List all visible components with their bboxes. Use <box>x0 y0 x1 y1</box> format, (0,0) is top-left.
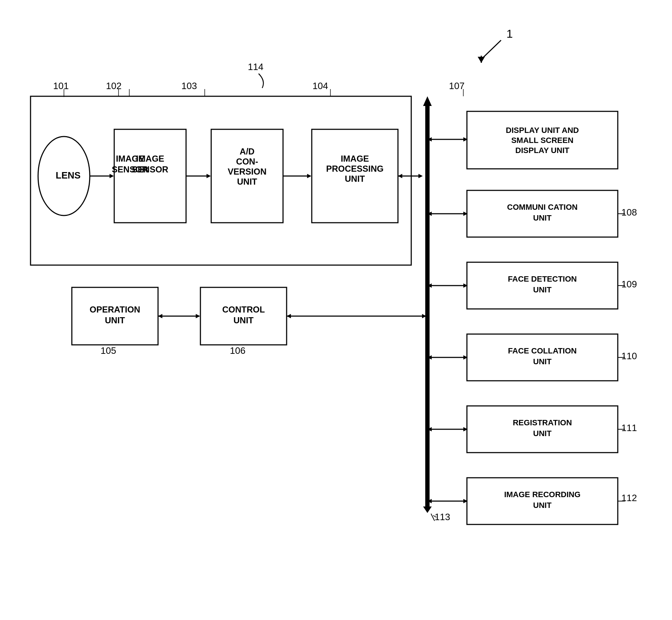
image-sensor-box <box>114 129 186 223</box>
ir-l2: UNIT <box>533 501 552 510</box>
ref-113: 113 <box>435 512 450 522</box>
comm-l1: COMMUNI CATION <box>507 203 578 212</box>
fd-l1: FACE DETECTION <box>508 274 577 283</box>
fc-l2: UNIT <box>533 357 552 366</box>
disp-l3: DISPLAY UNIT <box>515 146 570 155</box>
reg-l1: REGISTRATION <box>513 418 572 427</box>
ref-112: 112 <box>621 492 637 503</box>
op-to-ctrl-right <box>196 314 200 318</box>
svg-line-23 <box>431 514 435 521</box>
bus-down-arrow <box>423 506 432 513</box>
ref-105: 105 <box>101 345 116 356</box>
svg-line-0 <box>481 40 501 59</box>
ref-107: 107 <box>449 80 464 91</box>
disp-l1: DISPLAY UNIT AND <box>506 126 579 135</box>
reg-l2: UNIT <box>533 429 552 438</box>
ref-109: 109 <box>621 279 637 290</box>
svg-marker-2 <box>478 57 485 63</box>
ad-l3: VERSION <box>228 167 267 176</box>
comm-l2: UNIT <box>533 213 552 222</box>
ref-1: 1 <box>506 27 513 40</box>
ref-103: 103 <box>181 80 197 91</box>
ref-114: 114 <box>248 61 263 72</box>
ref-102: 102 <box>106 80 121 91</box>
op-to-ctrl-left <box>158 314 162 318</box>
ref-104: 104 <box>312 80 328 91</box>
diagram: 1 101 102 103 114 104 107 LENS IMAGE SEN… <box>0 0 672 620</box>
ref-110: 110 <box>621 351 637 361</box>
bus-up-arrow <box>423 96 432 106</box>
op-l1: OPERATION <box>90 305 140 314</box>
ip-l2: PROCESSING <box>326 164 384 173</box>
diagram-svg: 1 101 102 103 114 104 107 LENS IMAGE SEN… <box>0 0 672 620</box>
op-l2: UNIT <box>105 315 125 325</box>
vertical-bus <box>425 106 430 506</box>
ir-l1: IMAGE RECORDING <box>504 490 581 499</box>
disp-l2: SMALL SCREEN <box>511 136 573 145</box>
fd-l2: UNIT <box>533 285 552 294</box>
ip-to-bus-arrow-right <box>418 174 423 178</box>
ctrl-l1: CONTROL <box>222 305 265 314</box>
ref-106: 106 <box>230 345 245 356</box>
ctrl-l2: UNIT <box>233 315 254 325</box>
ref-101: 101 <box>53 80 69 91</box>
ad-l1: A/D <box>240 147 254 156</box>
ref-108: 108 <box>621 207 637 218</box>
ip-l3: UNIT <box>345 174 365 184</box>
ref-111: 111 <box>621 422 637 433</box>
ctrl-to-bus-left <box>287 314 291 318</box>
image-sensor-l1: IMAGE <box>136 154 164 163</box>
lens-label: LENS <box>56 170 80 181</box>
ad-l2: CON- <box>236 157 258 166</box>
ad-l4: UNIT <box>237 177 257 186</box>
image-sensor-l2: SENSOR <box>132 165 168 174</box>
ip-l1: IMAGE <box>341 154 369 163</box>
fc-l1: FACE COLLATION <box>508 346 576 355</box>
